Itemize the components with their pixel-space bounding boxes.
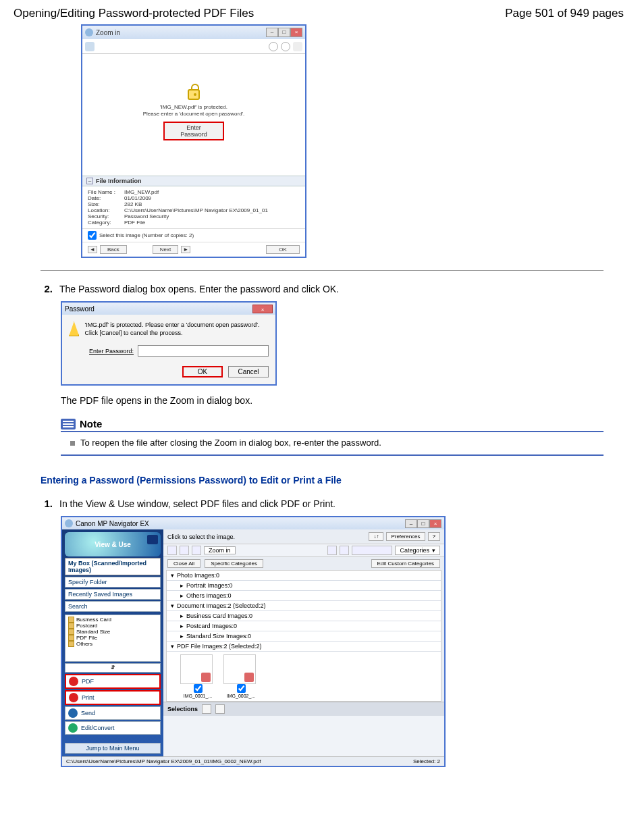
lock-icon [188,89,200,100]
folder-icon [68,629,74,635]
refresh-icon[interactable] [340,546,349,555]
sidebar-item-recently-saved[interactable]: Recently Saved Images [65,589,161,600]
selections-label: Selections [167,706,198,712]
jump-to-main-menu[interactable]: Jump to Main Menu [65,743,161,754]
folder-list[interactable]: Business Card Postcard Standard Size PDF… [65,615,161,662]
category-portrait[interactable]: ▸Portrait Images:0 [167,581,441,591]
close-icon[interactable]: × [290,28,302,37]
select-image-checkbox[interactable] [88,231,97,240]
back-button[interactable]: Back [100,245,127,254]
file-info-table: File Name :IMG_NEW.pdf Date:01/01/2009 S… [82,186,305,228]
category-pdf-file[interactable]: ▾PDF File Images:2 (Selected:2) [167,642,441,652]
help-button[interactable]: ? [428,532,440,541]
view-mode-list-icon[interactable] [215,704,225,714]
hint-text: Click to select the image. [167,533,235,540]
thumbnail-1[interactable]: IMG_0001_... [180,654,215,698]
search-icon[interactable] [327,546,337,555]
zoom-in-window: Zoom in – □ × 'IMG_NEW.pdf' is protected… [81,24,306,258]
zoom-in-icon[interactable] [269,42,278,51]
window-controls: – □ × [266,28,302,37]
sort-toggle[interactable]: ⇵ [65,663,161,673]
step-1-text: In the View & Use window, select PDF fil… [59,498,336,509]
close-all-button[interactable]: Close All [167,559,200,568]
action-pdf[interactable]: PDF [65,674,161,689]
category-list: ▾Photo Images:0 ▸Portrait Images:0 ▸Othe… [166,570,441,702]
next-button[interactable]: Next [153,245,178,254]
switch-icon[interactable] [147,535,158,544]
folder-icon [68,623,74,629]
category-photo[interactable]: ▾Photo Images:0 [167,571,441,581]
password-dialog-message: 'IMG.pdf' is protected. Please enter a '… [84,321,269,337]
prev-arrow-button[interactable]: ◄ [88,246,97,253]
zoom-window-title: Zoom in [96,29,120,36]
rotate-icon[interactable] [192,546,201,555]
close-icon[interactable]: × [252,305,273,313]
protected-message: 'IMG_NEW.pdf' is protected. Please enter… [143,104,245,117]
action-send[interactable]: Send [65,706,161,720]
thumb-checkbox[interactable] [194,684,203,693]
specific-categories-button[interactable]: Specific Categories [205,559,263,568]
preferences-button[interactable]: Preferences [386,532,425,541]
page-number: Page 501 of 949 pages [505,7,624,20]
enter-password-label: Enter Password: [89,348,134,355]
cancel-button[interactable]: Cancel [228,366,269,377]
folder-icon [68,617,74,623]
maximize-icon[interactable]: □ [417,519,429,528]
password-dialog: Password × 'IMG.pdf' is protected. Pleas… [61,301,277,386]
thumbnail-2[interactable]: IMG_0002_... [223,654,259,698]
status-path: C:\Users\UserName\Pictures\MP Navigator … [66,758,261,764]
status-selected: Selected: 2 [413,758,440,764]
categories-dropdown[interactable]: Categories▾ [395,546,440,555]
password-input[interactable] [138,345,269,357]
select-all-icon[interactable] [167,546,177,555]
lock-icon [244,673,254,682]
file-info-header: File Information [96,178,142,184]
step-2-text: The Password dialog box opens. Enter the… [59,283,339,294]
category-postcard[interactable]: ▸Postcard Images:0 [167,621,441,631]
category-standard-size[interactable]: ▸Standard Size Images:0 [167,631,441,642]
edit-custom-categories-button[interactable]: Edit Custom Categories [371,559,440,568]
sort-button[interactable]: ↓↑ [369,532,383,541]
size-slider[interactable] [352,546,392,555]
next-arrow-button[interactable]: ► [181,246,190,253]
selection-thumb-2[interactable] [207,719,235,754]
category-business-card[interactable]: ▸Business Card Images:0 [167,611,441,621]
thumb-checkbox[interactable] [237,684,246,693]
step-number-2: 2. [41,283,53,294]
enter-password-button[interactable]: Enter Password [163,122,224,140]
view-use-logo[interactable]: View & Use [65,532,161,556]
pdf-icon [69,677,78,686]
folder-icon [68,641,74,647]
mp-navigator-window: Canon MP Navigator EX – □ × View & Use M… [61,516,446,767]
thumbnail-icon[interactable] [180,546,189,555]
sidebar-item-search[interactable]: Search [65,601,161,612]
ok-button[interactable]: OK [266,245,300,254]
after-open-text: The PDF file opens in the Zoom in dialog… [61,395,603,406]
print-icon [69,693,78,702]
category-document[interactable]: ▾Document Images:2 (Selected:2) [167,601,441,611]
note-icon [61,419,76,429]
mp-window-title: Canon MP Navigator EX [76,520,149,527]
zoom-in-button[interactable]: Zoom in [204,546,236,554]
note-title: Note [80,418,102,429]
lock-icon [201,673,211,682]
minimize-icon[interactable]: – [405,519,417,528]
warning-icon [69,321,79,336]
minimize-icon[interactable]: – [266,28,278,37]
view-mode-grid-icon[interactable] [202,704,211,714]
fit-icon[interactable] [293,42,302,51]
rotate-icon[interactable] [85,42,95,51]
collapse-icon[interactable]: – [86,178,93,184]
action-print[interactable]: Print [65,690,161,705]
bullet-icon [70,441,75,446]
sidebar-item-mybox[interactable]: My Box (Scanned/Imported Images) [65,558,161,575]
close-icon[interactable]: × [429,519,441,528]
zoom-out-icon[interactable] [281,42,290,51]
sidebar-item-specify-folder[interactable]: Specify Folder [65,577,161,588]
maximize-icon[interactable]: □ [278,28,290,37]
note-body: To reopen the file after closing the Zoo… [80,438,381,448]
action-edit-convert[interactable]: Edit/Convert [65,721,161,735]
category-others[interactable]: ▸Others Images:0 [167,591,441,601]
ok-button[interactable]: OK [182,366,223,377]
selection-thumb-1[interactable] [170,719,198,754]
